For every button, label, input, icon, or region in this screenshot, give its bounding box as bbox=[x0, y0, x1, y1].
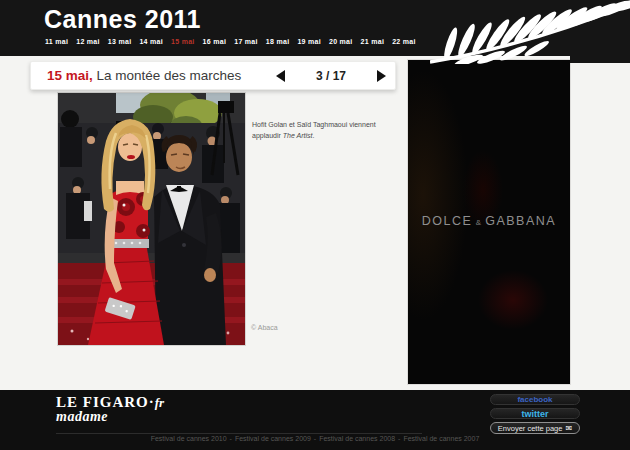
previous-photo-button[interactable] bbox=[275, 69, 287, 83]
link-separator: - bbox=[398, 435, 400, 442]
send-page-label: Envoyer cette page bbox=[498, 424, 563, 433]
footer-archive-links: Festival de cannes 2010-Festival de cann… bbox=[0, 435, 630, 442]
dolce-gabbana-ad[interactable]: DOLCE & GABBANA bbox=[408, 60, 570, 384]
gallery-title-bar: 15 mai, La montée des marches 3 / 17 bbox=[30, 61, 396, 90]
envelope-icon: ✉ bbox=[565, 424, 572, 433]
date-navigation: 11 mai 12 mai 13 mai 14 mai 15 mai 16 ma… bbox=[45, 38, 416, 45]
ad-brand-wordmark: DOLCE & GABBANA bbox=[408, 214, 570, 228]
gallery-photo bbox=[57, 92, 246, 346]
facebook-share-button[interactable]: facebook bbox=[490, 394, 580, 405]
date-tab-13-mai[interactable]: 13 mai bbox=[108, 38, 132, 45]
ad-brand-gabbana: GABBANA bbox=[485, 214, 556, 228]
date-tab-12-mai[interactable]: 12 mai bbox=[76, 38, 100, 45]
gallery-title: 15 mai, La montée des marches bbox=[47, 68, 241, 83]
date-tab-16-mai[interactable]: 16 mai bbox=[203, 38, 227, 45]
page-title: Cannes 2011 bbox=[44, 5, 201, 34]
ad-shadow-figure bbox=[408, 70, 468, 320]
link-separator: - bbox=[314, 435, 316, 442]
arrow-left-icon bbox=[276, 70, 285, 82]
share-buttons: facebook twitter Envoyer cette page✉ bbox=[490, 394, 580, 437]
palm-leaf-icon bbox=[430, 0, 630, 64]
footer-divider bbox=[56, 433, 422, 434]
photo-caption: Hofit Golan et Saïd Taghmaoui viennent a… bbox=[252, 120, 384, 142]
twitter-share-button[interactable]: twitter bbox=[490, 408, 580, 419]
footer: LE FIGARO·fr madame facebook twitter Env… bbox=[0, 390, 630, 450]
gallery-date-label: 15 mai, bbox=[47, 68, 93, 83]
date-tab-20-mai[interactable]: 20 mai bbox=[329, 38, 353, 45]
date-tab-15-mai-active[interactable]: 15 mai bbox=[171, 38, 195, 45]
date-tab-18-mai[interactable]: 18 mai bbox=[266, 38, 290, 45]
logo-figaro-text: LE FIGARO bbox=[56, 394, 149, 410]
arrow-right-icon bbox=[377, 70, 386, 82]
date-tab-22-mai[interactable]: 22 mai bbox=[392, 38, 416, 45]
photo-counter: 3 / 17 bbox=[287, 69, 375, 83]
link-separator: - bbox=[230, 435, 232, 442]
date-tab-19-mai[interactable]: 19 mai bbox=[297, 38, 321, 45]
date-tab-11-mai[interactable]: 11 mai bbox=[45, 38, 68, 45]
ad-brand-dolce: DOLCE bbox=[422, 214, 473, 228]
red-carpet-photo-illustration bbox=[58, 93, 245, 345]
caption-period: . bbox=[312, 132, 314, 139]
send-page-button[interactable]: Envoyer cette page✉ bbox=[490, 422, 580, 434]
ad-shadow-red bbox=[478, 270, 548, 330]
ad-brand-ampersand: & bbox=[472, 218, 485, 227]
lefigaro-madame-logo[interactable]: LE FIGARO·fr madame bbox=[56, 394, 164, 425]
logo-madame-text: madame bbox=[56, 409, 164, 425]
logo-fr-text: fr bbox=[155, 395, 164, 410]
gallery-title-text: La montée des marches bbox=[93, 68, 242, 83]
gallery-controls: 3 / 17 bbox=[275, 69, 387, 83]
date-tab-14-mai[interactable]: 14 mai bbox=[139, 38, 163, 45]
photo-credit: © Abaca bbox=[251, 324, 278, 331]
link-festival-2009[interactable]: Festival de cannes 2009 bbox=[235, 435, 311, 442]
next-photo-button[interactable] bbox=[375, 69, 387, 83]
date-tab-17-mai[interactable]: 17 mai bbox=[234, 38, 258, 45]
caption-movie-title: The Artist bbox=[283, 132, 313, 139]
date-tab-21-mai[interactable]: 21 mai bbox=[361, 38, 385, 45]
link-festival-2007[interactable]: Festival de cannes 2007 bbox=[403, 435, 479, 442]
link-festival-2008[interactable]: Festival de cannes 2008 bbox=[319, 435, 395, 442]
page: Cannes 2011 11 mai 12 mai 13 mai 14 mai … bbox=[0, 0, 630, 450]
link-festival-2010[interactable]: Festival de cannes 2010 bbox=[151, 435, 227, 442]
